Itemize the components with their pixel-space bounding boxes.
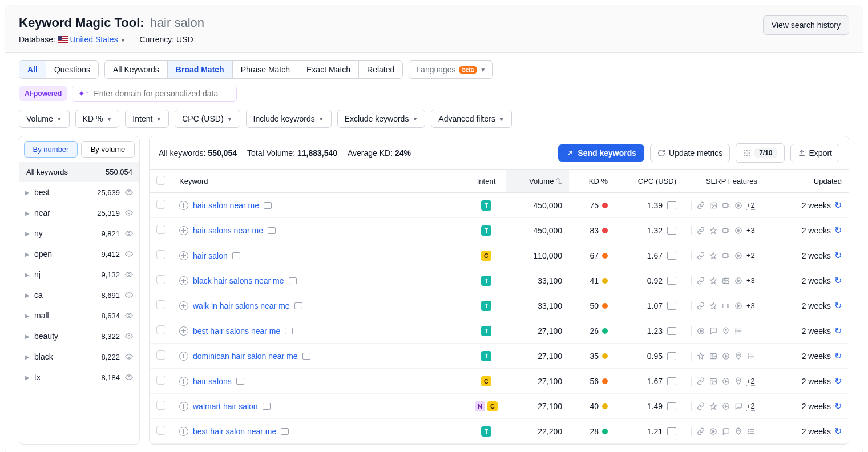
cpc-trend-icon[interactable]: [667, 302, 676, 310]
sidebar-sort-by-number[interactable]: By number: [24, 141, 78, 158]
add-keyword-button[interactable]: [179, 226, 188, 235]
more-features[interactable]: +3: [746, 301, 755, 310]
row-checkbox[interactable]: [156, 426, 165, 435]
tab-phrase-match[interactable]: Phrase Match: [233, 61, 298, 78]
refresh-icon[interactable]: ↻: [834, 426, 842, 437]
refresh-icon[interactable]: ↻: [834, 401, 842, 411]
add-keyword-button[interactable]: [179, 251, 188, 260]
cpc-trend-icon[interactable]: [667, 227, 676, 235]
keyword-link[interactable]: best hair salon near me: [193, 427, 276, 436]
add-keyword-button[interactable]: [179, 352, 188, 361]
add-keyword-button[interactable]: [179, 427, 188, 436]
cpc-trend-icon[interactable]: [667, 327, 676, 335]
col-serp[interactable]: SERP Features: [683, 170, 780, 193]
eye-icon[interactable]: [124, 209, 134, 217]
row-checkbox[interactable]: [156, 225, 165, 234]
tab-questions[interactable]: Questions: [46, 61, 98, 78]
col-cpc[interactable]: CPC (USD): [615, 170, 683, 193]
eye-icon[interactable]: [124, 271, 134, 279]
keyword-link[interactable]: hair salon: [193, 251, 228, 260]
more-features[interactable]: +2: [746, 377, 755, 386]
serp-preview-icon[interactable]: [268, 227, 276, 234]
refresh-icon[interactable]: ↻: [834, 350, 842, 361]
refresh-icon[interactable]: ↻: [834, 325, 842, 336]
sidebar-item-near[interactable]: ▶near25,319: [19, 203, 139, 223]
view-history-button[interactable]: View search history: [763, 15, 849, 35]
domain-input-wrapper[interactable]: ✦⁺: [72, 86, 237, 102]
keyword-link[interactable]: hair salon near me: [193, 201, 259, 210]
filter-cpc-usd-[interactable]: CPC (USD)▼: [175, 110, 240, 128]
filter-exclude-keywords[interactable]: Exclude keywords▼: [337, 110, 426, 128]
send-keywords-button[interactable]: Send keywords: [558, 144, 644, 162]
serp-preview-icon[interactable]: [289, 277, 297, 284]
col-kd[interactable]: KD %: [569, 170, 615, 193]
row-checkbox[interactable]: [156, 250, 165, 259]
tab-broad-match[interactable]: Broad Match: [168, 61, 233, 78]
refresh-icon[interactable]: ↻: [834, 250, 842, 261]
eye-icon[interactable]: [124, 353, 134, 361]
cpc-trend-icon[interactable]: [667, 252, 676, 260]
row-checkbox[interactable]: [156, 401, 165, 410]
languages-button[interactable]: Languages beta ▼: [409, 60, 493, 79]
serp-preview-icon[interactable]: [264, 202, 272, 209]
tab-related[interactable]: Related: [359, 61, 402, 78]
row-checkbox[interactable]: [156, 350, 165, 360]
more-features[interactable]: +2: [746, 201, 755, 210]
filter-include-keywords[interactable]: Include keywords▼: [246, 110, 332, 128]
sidebar-item-nj[interactable]: ▶nj9,132: [19, 264, 139, 285]
cpc-trend-icon[interactable]: [667, 201, 676, 209]
sidebar-sort-by-volume[interactable]: By volume: [81, 141, 135, 158]
refresh-icon[interactable]: ↻: [834, 376, 842, 386]
tab-exact-match[interactable]: Exact Match: [298, 61, 359, 78]
database-selector[interactable]: Database: United States ▼: [19, 35, 126, 44]
keyword-link[interactable]: hair salons: [193, 377, 232, 386]
credits-button[interactable]: 7/10: [736, 143, 784, 163]
sidebar-all-keywords[interactable]: All keywords 550,054: [19, 162, 139, 182]
refresh-icon[interactable]: ↻: [834, 225, 842, 236]
more-features[interactable]: +2: [746, 402, 755, 411]
row-checkbox[interactable]: [156, 275, 165, 284]
update-metrics-button[interactable]: Update metrics: [650, 144, 730, 162]
add-keyword-button[interactable]: [179, 402, 188, 411]
col-volume[interactable]: Volume ⇅: [506, 170, 569, 193]
eye-icon[interactable]: [124, 250, 134, 258]
serp-preview-icon[interactable]: [281, 428, 289, 435]
filter-advanced-filters[interactable]: Advanced filters▼: [431, 110, 512, 128]
serp-preview-icon[interactable]: [285, 328, 293, 334]
row-checkbox[interactable]: [156, 200, 165, 209]
row-checkbox[interactable]: [156, 300, 165, 309]
export-button[interactable]: Export: [790, 144, 839, 162]
row-checkbox[interactable]: [156, 325, 165, 334]
row-checkbox[interactable]: [156, 376, 165, 385]
serp-preview-icon[interactable]: [302, 353, 310, 360]
eye-icon[interactable]: [124, 312, 134, 320]
serp-preview-icon[interactable]: [294, 302, 302, 309]
add-keyword-button[interactable]: [179, 377, 188, 386]
refresh-icon[interactable]: ↻: [834, 300, 842, 311]
refresh-icon[interactable]: ↻: [834, 200, 842, 211]
sidebar-item-beauty[interactable]: ▶beauty8,322: [19, 326, 139, 346]
keyword-link[interactable]: best hair salons near me: [193, 326, 280, 336]
serp-preview-icon[interactable]: [236, 378, 244, 385]
keyword-link[interactable]: walk in hair salons near me: [193, 301, 290, 310]
serp-preview-icon[interactable]: [232, 252, 240, 259]
filter-volume[interactable]: Volume▼: [19, 110, 70, 128]
keyword-link[interactable]: walmart hair salon: [193, 402, 258, 411]
sidebar-item-mall[interactable]: ▶mall8,634: [19, 305, 139, 326]
eye-icon[interactable]: [124, 188, 134, 196]
eye-icon[interactable]: [124, 332, 134, 340]
tab-all[interactable]: All: [19, 61, 46, 78]
col-updated[interactable]: Updated: [780, 170, 849, 193]
eye-icon[interactable]: [124, 291, 134, 299]
add-keyword-button[interactable]: [179, 276, 188, 285]
tab-all-keywords[interactable]: All Keywords: [105, 61, 168, 78]
col-intent[interactable]: Intent: [466, 170, 506, 193]
keyword-link[interactable]: dominican hair salon near me: [193, 352, 298, 361]
cpc-trend-icon[interactable]: [667, 352, 676, 360]
serp-preview-icon[interactable]: [263, 403, 271, 410]
cpc-trend-icon[interactable]: [667, 427, 676, 435]
sidebar-item-black[interactable]: ▶black8,222: [19, 346, 139, 367]
domain-input[interactable]: [94, 89, 231, 98]
cpc-trend-icon[interactable]: [667, 277, 676, 285]
more-features[interactable]: +3: [746, 226, 755, 235]
